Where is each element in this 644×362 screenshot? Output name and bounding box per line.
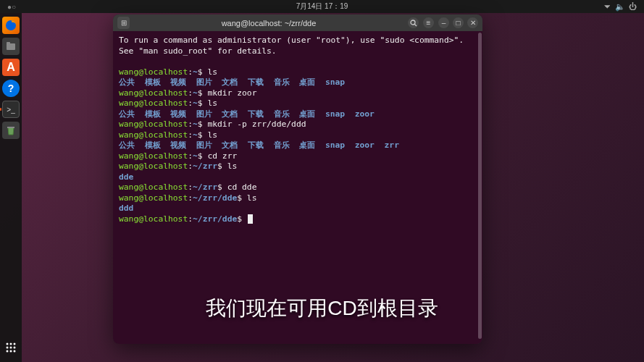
svg-line-14 <box>414 24 417 26</box>
files-launcher[interactable] <box>2 38 20 55</box>
term-line: wang@localhost:~$ ls <box>119 98 477 109</box>
term-line: wang@localhost:~$ mkdir zoor <box>119 88 477 99</box>
svg-point-7 <box>7 347 9 349</box>
top-panel: ●○ 7月14日 17：19 ⏷ 🔈 ⏻ <box>0 0 644 13</box>
svg-point-6 <box>14 343 16 345</box>
search-button[interactable] <box>408 17 419 28</box>
minimize-button[interactable]: – <box>438 17 449 28</box>
menu-button[interactable]: ≡ <box>423 17 434 28</box>
term-line: 公共 模板 视频 图片 文档 下载 音乐 桌面 snap <box>119 77 477 88</box>
svg-point-12 <box>14 350 16 353</box>
scrollbar[interactable] <box>478 33 482 339</box>
svg-rect-3 <box>7 127 14 128</box>
svg-point-11 <box>10 350 12 353</box>
svg-rect-2 <box>7 42 10 44</box>
term-line: wang@localhost:~/zrr$ cd dde <box>119 182 477 193</box>
term-line: 公共 模板 视频 图片 文档 下载 音乐 桌面 snap zoor <box>119 109 477 120</box>
new-tab-button[interactable]: ⊞ <box>117 17 130 29</box>
show-apps[interactable] <box>2 339 20 356</box>
cursor <box>248 214 253 224</box>
terminal-launcher[interactable]: >_ <box>2 101 20 118</box>
clock[interactable]: 7月14日 17：19 <box>296 1 348 12</box>
terminal-titlebar[interactable]: ⊞ wang@localhost: ~/zrr/dde ≡ – □ ✕ <box>113 14 482 31</box>
term-line: wang@localhost:~$ ls <box>119 67 477 78</box>
term-line: wang@localhost:~/zrr/dde$ ls <box>119 193 477 204</box>
term-intro: See "man sudo_root" for details. <box>119 46 477 57</box>
activities-area[interactable]: ●○ <box>7 3 16 11</box>
system-tray[interactable]: ⏷ 🔈 ⏻ <box>603 2 637 12</box>
network-icon[interactable]: ⏷ <box>603 2 611 11</box>
svg-point-13 <box>411 20 415 25</box>
volume-icon[interactable]: 🔈 <box>615 2 625 12</box>
terminal-title: wang@localhost: ~/zrr/dde <box>134 19 403 28</box>
term-line: dde <box>119 172 477 183</box>
term-line: wang@localhost:~$ mkdir -p zrr/dde/ddd <box>119 119 477 130</box>
svg-point-10 <box>7 350 9 353</box>
term-line: wang@localhost:~$ ls <box>119 130 477 141</box>
dock: A ? >_ <box>0 13 22 362</box>
power-icon[interactable]: ⏻ <box>629 2 637 11</box>
help-launcher[interactable]: ? <box>2 80 20 97</box>
software-launcher[interactable]: A <box>2 59 20 76</box>
svg-point-8 <box>10 347 12 349</box>
video-subtitle: 我们现在可用CD到根目录 <box>206 295 438 322</box>
term-line: wang@localhost:~/zrr$ ls <box>119 161 477 172</box>
close-button[interactable]: ✕ <box>467 17 478 28</box>
term-intro: To run a command as administrator (user … <box>119 35 477 46</box>
svg-point-4 <box>7 343 9 345</box>
term-line: 公共 模板 视频 图片 文档 下载 音乐 桌面 snap zoor zrr <box>119 140 477 151</box>
maximize-button[interactable]: □ <box>453 17 464 28</box>
svg-point-9 <box>14 347 16 349</box>
svg-point-5 <box>10 343 12 345</box>
term-line: ddd <box>119 203 477 214</box>
trash-launcher[interactable] <box>2 122 20 139</box>
svg-rect-1 <box>7 43 15 50</box>
firefox-launcher[interactable] <box>2 17 20 34</box>
term-prompt-current: wang@localhost:~/zrr/dde$ <box>119 214 477 225</box>
term-line: wang@localhost:~$ cd zrr <box>119 151 477 162</box>
